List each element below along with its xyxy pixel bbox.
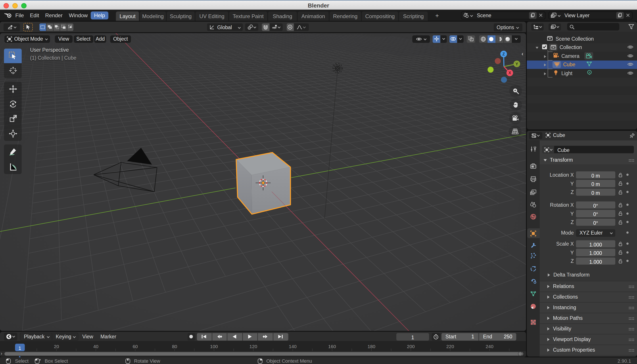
svg-text:Z: Z — [503, 52, 505, 56]
svg-text:Y: Y — [516, 62, 518, 66]
svg-text:X: X — [509, 71, 511, 75]
